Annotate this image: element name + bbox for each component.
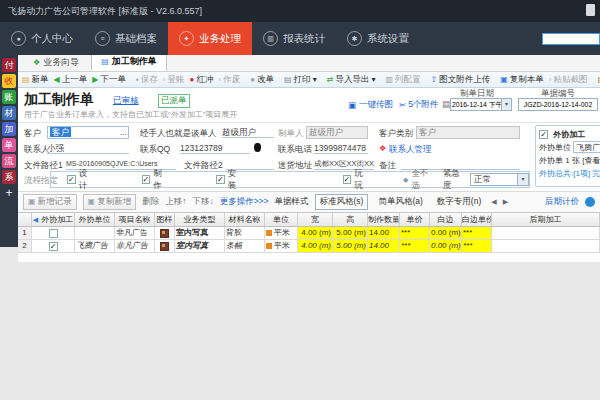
- urgency-dropdown[interactable]: 正常 ▾: [470, 173, 529, 186]
- col-rownum[interactable]: [18, 213, 32, 226]
- thumbnail-cell[interactable]: [155, 240, 175, 252]
- qty-cell[interactable]: 14.00: [368, 227, 400, 239]
- outsource-cell[interactable]: ✓: [32, 240, 75, 252]
- col-margin-price[interactable]: 白边单价: [462, 213, 492, 226]
- col-price[interactable]: 单价: [400, 213, 430, 226]
- margin-cell[interactable]: 0.00 (m): [430, 240, 462, 252]
- outsource-cell[interactable]: [32, 227, 75, 239]
- select-none-button[interactable]: 全不选: [411, 168, 434, 192]
- copy-order-button[interactable]: ▣ 复制本单: [500, 74, 544, 86]
- qq-field[interactable]: 123123789: [180, 142, 250, 154]
- checkbox-icon[interactable]: [49, 229, 58, 238]
- qq-penguin-icon[interactable]: [254, 143, 261, 152]
- width-cell[interactable]: 4.00 (m): [298, 240, 333, 252]
- nav-tab-reports[interactable]: ▥ 报表统计: [252, 22, 336, 55]
- project-cell[interactable]: 非凡广告: [115, 227, 155, 239]
- col-qty[interactable]: 制作数量: [368, 213, 400, 226]
- height-cell[interactable]: 5.00 (m): [333, 240, 368, 252]
- attachments-button[interactable]: ✂ 5个附件: [399, 99, 438, 111]
- col-unit[interactable]: 单位: [265, 213, 298, 226]
- status-audited-link[interactable]: 已审核: [113, 95, 139, 107]
- row-number[interactable]: 1: [18, 227, 32, 239]
- post-process-cell[interactable]: [492, 227, 600, 239]
- price-cell[interactable]: ***: [400, 240, 430, 252]
- unit-name-cell[interactable]: 平米: [265, 240, 298, 252]
- shortcut-order[interactable]: 单: [2, 138, 16, 152]
- delete-row-button[interactable]: 删除: [142, 196, 159, 208]
- row-number[interactable]: 2: [18, 240, 32, 252]
- column-config-button[interactable]: ▥ 列配置: [385, 74, 420, 86]
- later-pricing-link[interactable]: 后期计价: [545, 196, 579, 208]
- prev-order-button[interactable]: ◀ 上一单: [54, 74, 88, 86]
- page-right-icon[interactable]: ▶: [503, 198, 508, 206]
- shortcut-material[interactable]: 材: [2, 106, 16, 120]
- outsource-count-link[interactable]: 1 张 [查看…: [565, 156, 600, 165]
- checkbox-icon[interactable]: ✓: [142, 175, 151, 184]
- red-flush-button[interactable]: ● 红冲: [190, 74, 214, 86]
- add-shortcut-button[interactable]: +: [2, 186, 16, 200]
- outsource-unit-field[interactable]: 飞腾广告: [573, 141, 600, 153]
- col-width[interactable]: 宽: [298, 213, 333, 226]
- import-export-button[interactable]: ⇄ 导入导出 ▾: [327, 74, 376, 86]
- project-cell[interactable]: 非凡广告: [115, 240, 155, 252]
- tab-processing-order[interactable]: ▤ 加工制作单: [91, 55, 167, 71]
- contact-manage-link[interactable]: 联系人管理: [389, 144, 432, 156]
- biz-type-cell[interactable]: 室内写真: [175, 227, 225, 239]
- checkbox-icon[interactable]: ✓: [49, 242, 58, 251]
- unit-cell[interactable]: [75, 227, 115, 239]
- col-material[interactable]: 材料名称: [225, 213, 265, 226]
- style-standard[interactable]: 标准风格(s): [315, 194, 369, 210]
- col-post-process[interactable]: 后期加工: [492, 213, 600, 226]
- print-button[interactable]: ▤ 打印 ▾: [284, 74, 317, 86]
- thumbnail-cell[interactable]: [155, 227, 175, 239]
- check-install[interactable]: ✓ 安装: [216, 168, 243, 192]
- col-project[interactable]: 项目名称: [115, 213, 155, 226]
- page-left-icon[interactable]: ◀: [491, 198, 496, 206]
- price-cell[interactable]: ***: [400, 227, 430, 239]
- save-button[interactable]: ▪ 保存: [136, 74, 158, 86]
- unit-name-cell[interactable]: 平米: [265, 227, 298, 239]
- shortcut-receive[interactable]: 收: [2, 74, 16, 88]
- checkbox-icon[interactable]: ✓: [67, 175, 76, 184]
- qty-cell[interactable]: 14.00: [368, 240, 400, 252]
- post-account-button[interactable]: ▫ 登账: [163, 74, 185, 86]
- biz-type-cell[interactable]: 室内写真: [175, 240, 225, 252]
- window-corner-icon[interactable]: [586, 4, 595, 16]
- shortcut-pay[interactable]: 付: [2, 58, 16, 72]
- order-number-field[interactable]: JGZD-2016-12-14-002: [518, 98, 598, 111]
- next-order-button[interactable]: ▶ 下一单: [92, 74, 126, 86]
- margin-price-cell[interactable]: ***: [462, 227, 492, 239]
- col-outsource[interactable]: ◀ 外协加工: [32, 213, 75, 226]
- shortcut-flow[interactable]: 流: [2, 154, 16, 168]
- material-cell[interactable]: 条幅: [225, 240, 265, 252]
- add-row-button[interactable]: ▣ 新增记录: [23, 194, 77, 210]
- shortcut-system[interactable]: 系: [2, 170, 16, 184]
- modify-order-button[interactable]: ● 改单: [250, 74, 274, 86]
- checkbox-icon[interactable]: ✓: [539, 130, 548, 139]
- move-up-button[interactable]: 上移↑: [165, 196, 186, 208]
- margin-price-cell[interactable]: ***: [462, 240, 492, 252]
- new-order-button[interactable]: ▤ 新单: [22, 74, 49, 86]
- col-biz-type[interactable]: 业务类型: [175, 213, 225, 226]
- contact-field[interactable]: 小强: [47, 142, 129, 154]
- outsource-total-link[interactable]: 外协总共:[1项] 完成…: [539, 167, 600, 180]
- nav-tab-business[interactable]: ✦ 业务处理: [168, 22, 252, 55]
- col-outsource-unit[interactable]: 外协单位: [75, 213, 115, 226]
- paste-screenshot-button[interactable]: ▫ 粘贴截图: [549, 74, 588, 86]
- later-pricing-icon[interactable]: [585, 197, 595, 207]
- outsource-check[interactable]: ✓ 外协加工: [539, 128, 600, 141]
- nav-search-input[interactable]: [542, 33, 600, 45]
- shortcut-account[interactable]: 账: [2, 90, 16, 104]
- handler-field[interactable]: 超级用户: [222, 126, 274, 138]
- quick-upload-button[interactable]: ▣ 一键传图: [348, 99, 393, 111]
- nav-tab-settings[interactable]: ✱ 系统设置: [336, 22, 420, 55]
- tab-business-wizard[interactable]: ❖ 业务向导: [24, 55, 88, 71]
- checkbox-icon[interactable]: ✓: [216, 175, 225, 184]
- move-down-button[interactable]: 下移↓: [192, 196, 213, 208]
- margin-cell[interactable]: 0.00 (m): [430, 227, 462, 239]
- post-process-cell[interactable]: [492, 240, 600, 252]
- material-cell[interactable]: 背胶: [225, 227, 265, 239]
- col-margin[interactable]: 白边: [430, 213, 462, 226]
- check-make[interactable]: ✓ 制作: [142, 168, 169, 192]
- col-height[interactable]: 高: [333, 213, 368, 226]
